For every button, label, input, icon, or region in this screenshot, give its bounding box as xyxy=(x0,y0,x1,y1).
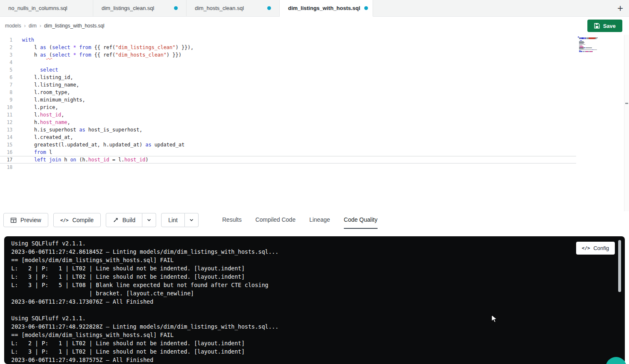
terminal-line: L: 2 | P: 1 | LT02 | Line should not be … xyxy=(11,264,615,272)
code-line[interactable]: 16 from l xyxy=(0,149,576,156)
line-number: 14 xyxy=(0,134,12,141)
chevron-down-icon xyxy=(189,218,194,223)
breadcrumb-item: models xyxy=(5,23,21,29)
rocket-icon xyxy=(113,217,119,223)
line-number: 2 xyxy=(0,44,12,51)
line-number: 7 xyxy=(0,81,12,89)
compile-label: Compile xyxy=(72,217,94,223)
code-text: from l xyxy=(12,149,52,156)
terminal-line: L: 3 | P: 1 | LT02 | Line should not be … xyxy=(11,272,615,281)
save-button[interactable]: Save xyxy=(587,20,622,32)
tab-results[interactable]: Results xyxy=(222,211,242,229)
code-text: l.listing_id, xyxy=(12,74,73,81)
code-lines: 1with2 l as (select * from {{ ref("dim_l… xyxy=(0,36,576,171)
tab-label: dim_hosts_clean.sql xyxy=(195,5,244,11)
code-text: l.price, xyxy=(12,104,58,111)
config-button[interactable]: </> Config xyxy=(576,242,615,255)
editor-tab[interactable]: dim_listings_with_hosts.sql xyxy=(280,0,373,17)
line-number: 4 xyxy=(0,59,12,66)
terminal-line: Using SQLFluff v2.1.1. xyxy=(11,314,615,322)
build-button[interactable]: Build xyxy=(106,213,142,227)
line-number: 18 xyxy=(0,163,12,171)
breadcrumb-separator: › xyxy=(24,23,26,29)
line-number: 13 xyxy=(0,126,12,134)
lint-label: Lint xyxy=(168,217,178,223)
code-line[interactable]: 9 l.minimum_nights, xyxy=(0,96,576,104)
tab-label: no_nulls_in_columns.sql xyxy=(8,5,67,11)
code-text: l.host_id, xyxy=(12,111,64,119)
code-icon: </> xyxy=(582,245,590,251)
tab-code-quality[interactable]: Code Quality xyxy=(344,211,378,229)
terminal-line: L: 3 | P: 5 | LT08 | Blank line expected… xyxy=(11,281,615,289)
terminal-line: Using SQLFluff v2.1.1. xyxy=(11,239,615,248)
minimap[interactable] xyxy=(578,37,609,53)
tab-lineage[interactable]: Lineage xyxy=(309,211,330,229)
editor-tab[interactable]: dim_listings_clean.sql xyxy=(93,0,186,16)
code-text: h.host_name, xyxy=(12,119,70,126)
breadcrumb-item: dim_listings_with_hosts.sql xyxy=(44,23,104,29)
code-editor[interactable]: 1with2 l as (select * from {{ ref("dim_l… xyxy=(0,35,629,211)
code-line[interactable]: 15 greatest(l.updated_at, h.updated_at) … xyxy=(0,141,576,149)
code-text xyxy=(12,163,22,171)
code-line[interactable]: 2 l as (select * from {{ ref("dim_listin… xyxy=(0,44,576,51)
code-line[interactable]: 10 l.price, xyxy=(0,104,576,111)
code-text: l.created_at, xyxy=(12,134,73,141)
terminal-line: == [models/dim/dim_listings_with_hosts.s… xyxy=(11,331,615,339)
tab-label: dim_listings_clean.sql xyxy=(102,5,154,11)
code-text: l as (select * from {{ ref("dim_listings… xyxy=(12,44,194,51)
code-line[interactable]: 4 xyxy=(0,59,576,66)
code-line[interactable]: 6 l.listing_id, xyxy=(0,74,576,81)
code-icon: </> xyxy=(60,218,69,223)
line-number: 6 xyxy=(0,74,12,81)
tab-compiled-code[interactable]: Compiled Code xyxy=(255,211,296,229)
code-line[interactable]: 17 left join h on (h.host_id = l.host_id… xyxy=(0,156,576,163)
code-line[interactable]: 1with xyxy=(0,36,576,44)
code-line[interactable]: 13 h.is_superhost as host_is_superhost, xyxy=(0,126,576,134)
terminal-line: 2023-06-06T11:27:49.187575Z — All Finish… xyxy=(11,356,615,364)
config-label: Config xyxy=(593,245,609,251)
terminal-line: == [models/dim/dim_listings_with_hosts.s… xyxy=(11,256,615,264)
editor-tab[interactable]: dim_hosts_clean.sql xyxy=(186,0,280,16)
line-number: 11 xyxy=(0,111,12,119)
code-line[interactable]: 3 h as (select * from {{ ref("dim_hosts_… xyxy=(0,51,576,59)
code-text xyxy=(12,59,22,66)
line-number: 17 xyxy=(0,156,12,163)
table-icon xyxy=(10,217,17,223)
panel-tabs: Results Compiled Code Lineage Code Quali… xyxy=(222,211,378,229)
code-line[interactable]: 18 xyxy=(0,163,576,171)
lint-output-terminal[interactable]: Using SQLFluff v2.1.1.2023-06-06T11:27:4… xyxy=(4,236,625,364)
code-line[interactable]: 8 l.room_type, xyxy=(0,89,576,96)
terminal-line xyxy=(11,306,615,314)
preview-label: Preview xyxy=(20,217,41,223)
save-icon xyxy=(594,23,600,29)
terminal-output: Using SQLFluff v2.1.1.2023-06-06T11:27:4… xyxy=(11,239,615,364)
new-tab-button[interactable]: + xyxy=(612,0,629,16)
compile-button[interactable]: </> Compile xyxy=(53,213,101,227)
preview-button[interactable]: Preview xyxy=(3,213,48,227)
breadcrumb: models›dim›dim_listings_with_hosts.sql xyxy=(5,23,104,29)
lint-button[interactable]: Lint xyxy=(161,213,185,227)
lint-dropdown-button[interactable] xyxy=(185,213,199,227)
build-label: Build xyxy=(122,217,135,223)
editor-tab[interactable]: no_nulls_in_columns.sql xyxy=(0,0,93,16)
code-text: with xyxy=(12,36,34,44)
line-number: 15 xyxy=(0,141,12,149)
code-text: greatest(l.updated_at, h.updated_at) as … xyxy=(12,141,184,149)
save-label: Save xyxy=(603,23,616,29)
code-line[interactable]: 5 select xyxy=(0,66,576,74)
line-number: 8 xyxy=(0,89,12,96)
line-number: 9 xyxy=(0,96,12,104)
build-dropdown-button[interactable] xyxy=(142,213,156,227)
breadcrumb-separator: › xyxy=(40,23,41,29)
code-line[interactable]: 12 h.host_name, xyxy=(0,119,576,126)
code-text: l.minimum_nights, xyxy=(12,96,85,104)
code-line[interactable]: 14 l.created_at, xyxy=(0,134,576,141)
line-number: 1 xyxy=(0,36,12,44)
code-line[interactable]: 11 l.host_id, xyxy=(0,111,576,119)
code-line[interactable]: 7 l.listing_name, xyxy=(0,81,576,89)
breadcrumb-item: dim xyxy=(29,23,37,29)
editor-scrollbar[interactable] xyxy=(624,35,629,211)
code-text: left join h on (h.host_id = l.host_id) xyxy=(12,156,149,163)
line-number: 5 xyxy=(0,66,12,74)
terminal-scrollbar[interactable] xyxy=(618,240,621,292)
